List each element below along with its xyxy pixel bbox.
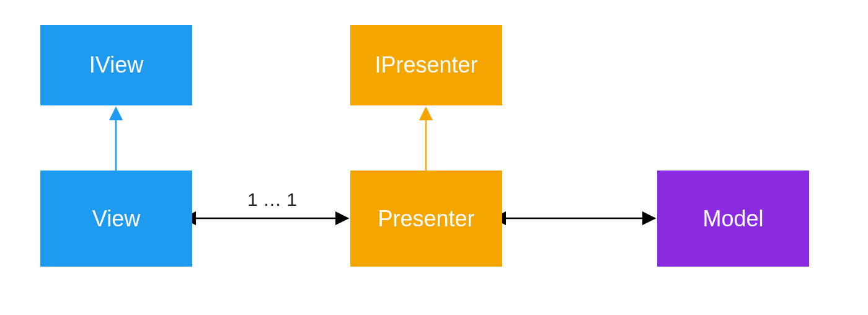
node-presenter: Presenter [350, 171, 502, 267]
edge-view-presenter-label: 1 … 1 [245, 189, 299, 210]
node-iview-label: IView [89, 52, 143, 78]
node-iview: IView [40, 25, 192, 105]
node-presenter-label: Presenter [378, 206, 474, 232]
diagram-canvas: IView View IPresenter Presenter Model 1 … [0, 0, 868, 315]
node-view-label: View [92, 206, 140, 232]
node-ipresenter: IPresenter [350, 25, 502, 105]
node-model-label: Model [702, 206, 763, 232]
node-ipresenter-label: IPresenter [374, 52, 477, 78]
node-model: Model [657, 171, 809, 267]
node-view: View [40, 171, 192, 267]
